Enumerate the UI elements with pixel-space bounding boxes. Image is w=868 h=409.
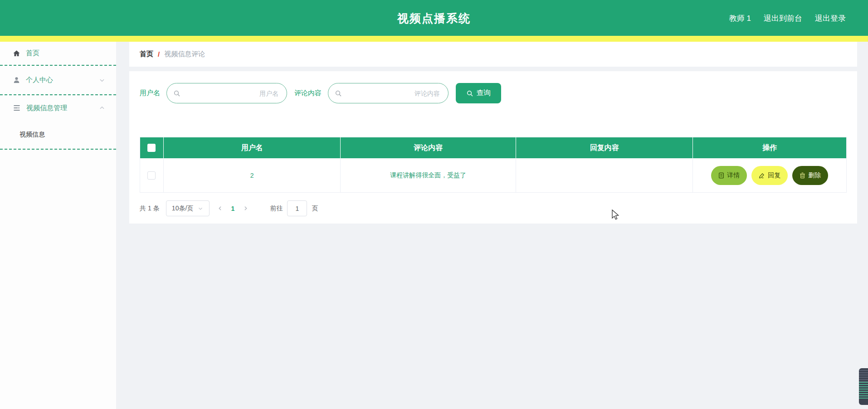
comment-input-wrapper: [328, 83, 449, 103]
page-size-value: 10条/页: [172, 204, 193, 213]
breadcrumb-current: 视频信息评论: [164, 50, 205, 58]
header-links: 教师 1 退出到前台 退出登录: [729, 13, 846, 23]
detail-button[interactable]: 详情: [711, 166, 747, 185]
accent-bar: [0, 36, 868, 42]
row-checkbox-cell: [140, 158, 164, 192]
logout-link[interactable]: 退出登录: [815, 13, 846, 23]
select-all-checkbox[interactable]: [147, 144, 156, 152]
current-user-link[interactable]: 教师 1: [729, 13, 751, 23]
query-button-label: 查询: [477, 88, 491, 98]
comment-label: 评论内容: [294, 89, 322, 97]
table-header-checkbox-cell: [140, 137, 164, 158]
table-header-row: 用户名 评论内容 回复内容 操作: [140, 137, 846, 158]
minimap-gray-lines: [859, 370, 868, 382]
chevron-up-icon: [99, 105, 105, 111]
user-icon: [13, 76, 20, 84]
pencil-icon: [759, 172, 765, 179]
minimap-green-lines: [859, 382, 868, 399]
chevron-down-icon: [99, 77, 105, 83]
home-icon: [13, 49, 20, 57]
row-checkbox[interactable]: [147, 171, 156, 180]
detail-button-label: 详情: [727, 171, 740, 180]
sidebar-item-home[interactable]: 首页: [0, 42, 116, 65]
search-icon: [173, 90, 180, 97]
reply-button[interactable]: 回复: [751, 166, 788, 185]
page-unit-label: 页: [312, 204, 318, 213]
table-header-comment: 评论内容: [341, 137, 516, 158]
page-number-1[interactable]: 1: [231, 205, 235, 212]
query-button[interactable]: 查询: [456, 83, 501, 103]
page-title: 视频点播系统: [397, 10, 471, 25]
main-area: 首页 / 视频信息评论 用户名 评论内容: [116, 42, 868, 409]
username-input-wrapper: [166, 83, 287, 103]
delete-button-label: 删除: [808, 171, 821, 180]
app-header: 视频点播系统 教师 1 退出到前台 退出登录: [0, 0, 868, 36]
minimap-scrollbar[interactable]: [859, 368, 868, 405]
sidebar-divider: [0, 149, 116, 150]
row-username: 2: [164, 158, 341, 192]
page: 视频点播系统 教师 1 退出到前台 退出登录 首页 个人中心: [0, 0, 868, 409]
comments-table: 用户名 评论内容 回复内容 操作 2 课程讲解得很全面，受益了: [140, 137, 847, 193]
goto-label: 前往: [270, 204, 283, 213]
prev-page-button[interactable]: [216, 205, 225, 211]
row-comment: 课程讲解得很全面，受益了: [341, 158, 516, 192]
document-icon: [718, 172, 724, 179]
chevron-down-icon: [198, 206, 203, 211]
delete-button[interactable]: 删除: [792, 166, 828, 185]
exit-to-front-link[interactable]: 退出到前台: [764, 13, 802, 23]
sidebar-item-label: 首页: [26, 49, 39, 58]
table-header-username: 用户名: [164, 137, 341, 158]
comment-input[interactable]: [345, 90, 440, 97]
content-card: 用户名 评论内容: [129, 71, 857, 224]
pagination-total: 共 1 条: [140, 204, 160, 213]
reply-button-label: 回复: [768, 171, 780, 180]
search-icon: [466, 90, 473, 97]
breadcrumb: 首页 / 视频信息评论: [129, 42, 857, 67]
row-actions: 详情 回复: [693, 158, 846, 192]
pagination: 共 1 条 10条/页 1 前往: [140, 200, 847, 216]
goto-page-input[interactable]: [287, 200, 307, 216]
trash-icon: [800, 172, 805, 179]
username-input[interactable]: [183, 90, 278, 97]
search-icon: [335, 90, 342, 97]
breadcrumb-home-link[interactable]: 首页: [140, 50, 153, 58]
search-form: 用户名 评论内容: [140, 83, 847, 103]
sidebar-subitem-video-info[interactable]: 视频信息: [0, 121, 116, 149]
sidebar-item-label: 个人中心: [26, 76, 53, 84]
list-icon: [13, 104, 21, 112]
username-label: 用户名: [140, 89, 160, 97]
sidebar-item-personal-center[interactable]: 个人中心: [0, 66, 116, 94]
sidebar: 首页 个人中心 视频信息管理: [0, 42, 116, 409]
table-row: 2 课程讲解得很全面，受益了 详情: [140, 158, 846, 193]
row-reply: [516, 158, 693, 192]
table-header-actions: 操作: [693, 137, 846, 158]
next-page-button[interactable]: [241, 205, 250, 211]
page-size-select[interactable]: 10条/页: [166, 200, 210, 216]
sidebar-item-video-info-management[interactable]: 视频信息管理: [0, 95, 116, 121]
table-header-reply: 回复内容: [516, 137, 693, 158]
sidebar-item-label: 视频信息管理: [26, 104, 67, 112]
breadcrumb-separator: /: [158, 50, 160, 58]
sidebar-subitem-label: 视频信息: [20, 131, 45, 139]
